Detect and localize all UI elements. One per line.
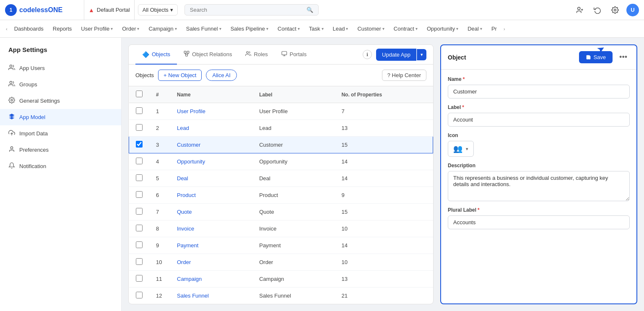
tab-header-right: ℹ Update App ▾ [363, 49, 426, 61]
row-properties: 9 [335, 187, 433, 204]
nav-user-profile[interactable]: User Profile▾ [77, 20, 117, 37]
row-name[interactable]: Product [170, 187, 252, 204]
table-row[interactable]: 7 Quote Quote 15 [129, 204, 433, 220]
row-checkbox[interactable] [136, 124, 143, 131]
update-app-button[interactable]: Update App [376, 49, 416, 61]
portal-selector[interactable]: ▲ Default Portal [84, 0, 135, 20]
nav-customer[interactable]: Customer▾ [353, 20, 388, 37]
settings-icon[interactable] [609, 4, 621, 16]
select-all-checkbox[interactable] [136, 91, 143, 97]
table-row[interactable]: 2 Lead Lead 13 [129, 120, 433, 137]
row-checkbox[interactable] [136, 174, 143, 181]
nav-contract[interactable]: Contract▾ [390, 20, 422, 37]
row-id: 3 [149, 137, 170, 153]
sidebar-item-app-model[interactable]: App Model [0, 109, 121, 125]
row-checkbox[interactable] [136, 191, 143, 198]
row-checkbox[interactable] [136, 158, 143, 164]
update-app-dropdown-button[interactable]: ▾ [417, 49, 426, 60]
tab-portals[interactable]: Portals [275, 45, 313, 65]
nav-task[interactable]: Task▾ [305, 20, 328, 37]
row-checkbox[interactable] [136, 225, 143, 231]
row-label: Product [252, 187, 335, 204]
sidebar-item-groups[interactable]: Groups [0, 76, 121, 93]
table-row[interactable]: 8 Invoice Invoice 10 [129, 220, 433, 237]
table-row[interactable]: 1 User Profile User Profile 7 [129, 103, 433, 120]
sidebar-item-general-settings[interactable]: General Settings [0, 93, 121, 109]
nav-sales-pipeline[interactable]: Sales Pipeline▾ [226, 20, 273, 37]
nav-prev[interactable]: ‹ [4, 26, 9, 31]
row-properties: 13 [335, 271, 433, 288]
tab-object-relations[interactable]: Object Relations [177, 45, 239, 65]
search-input[interactable] [190, 7, 303, 13]
col-name: Name [170, 86, 252, 103]
nav-opportunity[interactable]: Opportunity▾ [423, 20, 462, 37]
save-button[interactable]: Save [579, 51, 613, 63]
more-options-button[interactable]: ••• [617, 51, 630, 63]
plural-label-input[interactable] [448, 215, 630, 229]
nav-dashboards[interactable]: Dashboards [10, 20, 48, 37]
add-user-icon[interactable] [574, 4, 586, 16]
info-icon[interactable]: ℹ [363, 50, 372, 59]
nav-next[interactable]: › [502, 26, 507, 31]
tab-objects[interactable]: 🔷 Objects [135, 45, 177, 65]
row-name[interactable]: Deal [170, 170, 252, 187]
row-name[interactable]: Campaign [170, 271, 252, 288]
sidebar-item-app-users[interactable]: App Users [0, 60, 121, 76]
row-checkbox[interactable] [136, 258, 143, 265]
plural-label-field-group: Plural Label * [448, 207, 630, 229]
nav-reports[interactable]: Reports [49, 20, 76, 37]
nav-lead[interactable]: Lead▾ [329, 20, 353, 37]
label-input[interactable] [448, 113, 630, 127]
row-name[interactable]: Quote [170, 204, 252, 220]
sidebar-item-preferences[interactable]: Preferences [0, 142, 121, 158]
row-name[interactable]: Order [170, 254, 252, 271]
new-object-button[interactable]: + New Object [158, 70, 202, 81]
row-checkbox[interactable] [136, 107, 143, 114]
all-objects-dropdown[interactable]: All Objects ▾ [138, 4, 178, 16]
row-checkbox[interactable] [136, 292, 143, 298]
row-checkbox[interactable] [136, 241, 143, 248]
nav-sales-funnel[interactable]: Sales Funnel▾ [182, 20, 226, 37]
table-row[interactable]: 4 Opportunity Opportunity 14 [129, 153, 433, 170]
row-name[interactable]: Lead [170, 120, 252, 137]
table-row[interactable]: 5 Deal Deal 14 [129, 170, 433, 187]
icon-selector[interactable]: 👥 ▾ [448, 141, 474, 157]
row-checkbox[interactable] [136, 141, 143, 148]
row-name[interactable]: Customer [170, 137, 252, 153]
nav-campaign[interactable]: Campaign▾ [144, 20, 181, 37]
nav-order[interactable]: Order▾ [118, 20, 143, 37]
table-row[interactable]: 6 Product Product 9 [129, 187, 433, 204]
row-id: 2 [149, 120, 170, 137]
row-checkbox[interactable] [136, 275, 143, 282]
row-checkbox[interactable] [136, 208, 143, 215]
table-row[interactable]: 11 Campaign Campaign 13 [129, 271, 433, 288]
nav-pr[interactable]: Pr [487, 20, 501, 37]
right-panel: Object ➤ Save ••• Name * [440, 44, 637, 304]
name-input[interactable] [448, 85, 630, 98]
row-name[interactable]: Invoice [170, 220, 252, 237]
search-box[interactable]: 🔍 [184, 4, 319, 16]
nav-contact[interactable]: Contact▾ [273, 20, 304, 37]
alice-ai-button[interactable]: Alice AI [206, 70, 236, 81]
table-row[interactable]: 12 Sales Funnel Sales Funnel 21 [129, 288, 433, 304]
sidebar-item-label: Preferences [19, 147, 49, 153]
history-icon[interactable] [591, 4, 604, 16]
table-row[interactable]: 3 Customer Customer 15 [129, 137, 433, 153]
sidebar-item-import-data[interactable]: Import Data [0, 125, 121, 142]
user-avatar[interactable]: U [626, 4, 639, 16]
description-textarea[interactable]: This represents a business or individual… [448, 171, 630, 201]
update-app-button-group: Update App ▾ [376, 49, 426, 61]
sidebar-item-notification[interactable]: Notification [0, 158, 121, 174]
help-center-button[interactable]: ? Help Center [382, 70, 426, 81]
svg-point-8 [10, 147, 13, 149]
row-name[interactable]: Opportunity [170, 153, 252, 170]
row-name[interactable]: User Profile [170, 103, 252, 120]
tab-roles[interactable]: Roles [239, 45, 274, 65]
table-row[interactable]: 10 Order Order 10 [129, 254, 433, 271]
row-name[interactable]: Sales Funnel [170, 288, 252, 304]
nav-deal[interactable]: Deal▾ [463, 20, 486, 37]
row-properties: 14 [335, 237, 433, 254]
row-name[interactable]: Payment [170, 237, 252, 254]
table-row[interactable]: 9 Payment Payment 14 [129, 237, 433, 254]
sidebar-title: App Settings [0, 46, 121, 60]
